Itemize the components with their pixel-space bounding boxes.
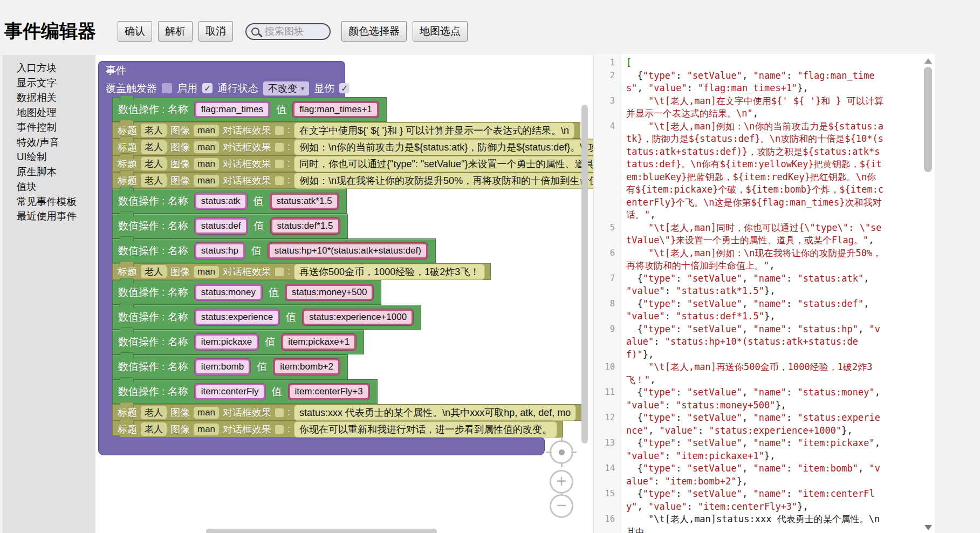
- setvalue-block[interactable]: 数值操作 : 名称status:hp值status:hp+10*(status:…: [112, 238, 436, 263]
- text-field[interactable]: 例如：\n你的当前攻击力是${status:atk}，防御力是${status:…: [294, 139, 593, 155]
- name-field[interactable]: status:experience: [194, 309, 280, 326]
- image-name-field[interactable]: man: [194, 141, 219, 153]
- code-editor[interactable]: 1[2 {"type": "setValue", "name": "flag:m…: [593, 54, 935, 533]
- dialog-effect-checkbox[interactable]: [275, 408, 284, 417]
- npc-name-field[interactable]: 老人: [141, 174, 167, 187]
- confirm-button[interactable]: 确认: [118, 21, 152, 42]
- name-field[interactable]: status:hp: [194, 242, 245, 259]
- workspace-vertical-scrollbar[interactable]: [581, 105, 588, 443]
- code-line: 14 {"type": "setValue", "name": "item:bo…: [594, 462, 923, 488]
- enable-checkbox[interactable]: [202, 83, 213, 93]
- show-text-block[interactable]: 标题老人图像man对话框效果:在文字中使用${' ${ '}和 } 可以计算并显…: [112, 122, 580, 139]
- setvalue-block[interactable]: 数值操作 : 名称item:pickaxe值item:pickaxe+1: [112, 330, 364, 354]
- override-trigger-checkbox[interactable]: [162, 83, 172, 93]
- parse-button[interactable]: 解析: [158, 21, 193, 42]
- search-input[interactable]: [264, 25, 326, 38]
- dialog-effect-checkbox[interactable]: [275, 160, 284, 168]
- dialog-effect-checkbox[interactable]: [275, 126, 284, 135]
- npc-name-field[interactable]: 老人: [141, 406, 167, 419]
- text-field[interactable]: 再送你500金币，1000经验，1破2炸3飞！: [294, 264, 485, 280]
- value-field[interactable]: status:money+500: [285, 284, 374, 301]
- sidebar-item-6[interactable]: 特效/声音: [17, 135, 95, 150]
- text-field[interactable]: 同时，你也可以通过{"type": "setValue"}来设置一个勇士的属性、…: [294, 156, 593, 172]
- setvalue-block[interactable]: 数值操作 : 名称item:centerFly值item:centerFly+3: [112, 379, 378, 404]
- name-field[interactable]: status:def: [194, 217, 248, 235]
- value-field[interactable]: status:atk*1.5: [270, 193, 339, 210]
- npc-name-field[interactable]: 老人: [141, 265, 167, 278]
- pass-state-dropdown[interactable]: 不改变 ▾: [263, 81, 309, 95]
- text-field[interactable]: 在文字中使用${' ${ '}和 } 可以计算并显示一个表达式的结果。\n: [294, 122, 574, 139]
- sidebar-item-1[interactable]: 入口方块: [17, 60, 95, 76]
- code-scrollbar[interactable]: [923, 54, 934, 533]
- sidebar-item-2[interactable]: 显示文字: [17, 76, 95, 91]
- name-field[interactable]: item:pickaxe: [194, 333, 259, 351]
- dialog-effect-checkbox[interactable]: [275, 268, 284, 276]
- zoom-in-button[interactable]: +: [550, 470, 573, 494]
- zoom-reset-button[interactable]: [550, 440, 573, 464]
- dialog-effect-checkbox[interactable]: [275, 425, 284, 434]
- value-field[interactable]: item:centerFly+3: [288, 383, 370, 400]
- value-field[interactable]: item:bomb+2: [273, 358, 340, 375]
- dialog-effect-checkbox[interactable]: [275, 176, 284, 185]
- show-text-block[interactable]: 标题老人图像man对话框效果:同时，你也可以通过{"type": "setVal…: [112, 155, 593, 172]
- image-name-field[interactable]: man: [194, 423, 219, 435]
- search-box[interactable]: [245, 23, 331, 40]
- sidebar-item-5[interactable]: 事件控制: [17, 120, 95, 135]
- sidebar-item-11[interactable]: 最近使用事件: [17, 209, 95, 224]
- image-name-field[interactable]: man: [194, 125, 219, 136]
- npc-name-field[interactable]: 老人: [141, 124, 167, 137]
- image-name-field[interactable]: man: [194, 175, 219, 187]
- value-field[interactable]: status:hp+10*(status:atk+status:def): [268, 242, 428, 259]
- text-field[interactable]: status:xxx 代表勇士的某个属性。\n其中xxx可取hp, atk, d…: [294, 405, 576, 421]
- scroll-down-arrow-icon[interactable]: [924, 525, 932, 530]
- text-field[interactable]: 你现在可以重新和我进行对话，进一步看到属性值的改变。: [294, 421, 557, 438]
- show-text-block[interactable]: 标题老人图像man对话框效果:例如：\n你的当前攻击力是${status:atk…: [112, 139, 593, 155]
- event-block[interactable]: 事件 覆盖触发器 启用 通行状态 不改变 ▾ 显伤 数值操作 : 名称flag:…: [98, 61, 593, 455]
- sidebar-item-7[interactable]: UI绘制: [17, 149, 95, 165]
- cancel-button[interactable]: 取消: [198, 21, 233, 42]
- setvalue-block[interactable]: 数值操作 : 名称status:money值status:money+500: [112, 280, 381, 305]
- show-text-block[interactable]: 标题老人图像man对话框效果:你现在可以重新和我进行对话，进一步看到属性值的改变…: [112, 421, 563, 438]
- setvalue-block[interactable]: 数值操作 : 名称status:experience值status:experi…: [112, 305, 421, 330]
- image-name-field[interactable]: man: [194, 407, 219, 419]
- image-name-field[interactable]: man: [194, 158, 219, 170]
- npc-name-field[interactable]: 老人: [141, 140, 167, 154]
- sidebar-item-3[interactable]: 数据相关: [17, 90, 95, 105]
- name-field[interactable]: item:centerFly: [194, 383, 266, 400]
- value-field[interactable]: item:pickaxe+1: [281, 333, 357, 351]
- code-scrollbar-thumb[interactable]: [924, 67, 932, 172]
- setvalue-block[interactable]: 数值操作 : 名称flag:man_times值flag:man_times+1: [112, 97, 387, 122]
- sidebar-item-9[interactable]: 值块: [17, 179, 95, 194]
- setvalue-block[interactable]: 数值操作 : 名称status:def值status:def*1.5: [112, 214, 348, 238]
- sidebar-item-8[interactable]: 原生脚本: [17, 165, 95, 180]
- sidebar-item-10[interactable]: 常见事件模板: [17, 194, 95, 209]
- show-text-block[interactable]: 标题老人图像man对话框效果:再送你500金币，1000经验，1破2炸3飞！: [112, 263, 491, 280]
- show-text-block[interactable]: 标题老人图像man对话框效果:status:xxx 代表勇士的某个属性。\n其中…: [112, 404, 582, 421]
- show-damage-checkbox[interactable]: [339, 83, 349, 93]
- image-name-field[interactable]: man: [194, 266, 219, 278]
- colon-label: :: [287, 175, 290, 186]
- npc-name-field[interactable]: 老人: [141, 422, 167, 436]
- value-field[interactable]: status:def*1.5: [270, 217, 340, 235]
- zoom-out-button[interactable]: −: [550, 494, 573, 518]
- scroll-up-arrow-icon[interactable]: [924, 58, 932, 64]
- value-field[interactable]: status:experience+1000: [302, 309, 414, 326]
- text-field[interactable]: 例如：\n现在我将让你的攻防提升50%，再将攻防和的十倍加到生命值上。: [294, 173, 593, 189]
- color-picker-button[interactable]: 颜色选择器: [341, 21, 407, 42]
- colon-label: :: [287, 423, 290, 435]
- value-field[interactable]: flag:man_times+1: [292, 101, 379, 118]
- npc-name-field[interactable]: 老人: [141, 157, 167, 170]
- name-field[interactable]: status:money: [194, 284, 263, 301]
- setvalue-block[interactable]: 数值操作 : 名称item:bomb值item:bomb+2: [112, 354, 348, 379]
- sidebar-item-4[interactable]: 地图处理: [17, 105, 95, 120]
- workspace-horizontal-scrollbar[interactable]: [206, 529, 437, 533]
- event-block-header[interactable]: 事件: [98, 61, 345, 79]
- name-field[interactable]: flag:man_times: [194, 101, 270, 118]
- show-text-block[interactable]: 标题老人图像man对话框效果:例如：\n现在我将让你的攻防提升50%，再将攻防和…: [112, 172, 593, 189]
- map-pick-button[interactable]: 地图选点: [413, 21, 468, 42]
- dialog-effect-checkbox[interactable]: [275, 143, 284, 152]
- name-field[interactable]: item:bomb: [194, 358, 251, 375]
- blockly-workspace[interactable]: 事件 覆盖触发器 启用 通行状态 不改变 ▾ 显伤 数值操作 : 名称flag:…: [95, 55, 593, 533]
- setvalue-block[interactable]: 数值操作 : 名称status:atk值status:atk*1.5: [112, 189, 347, 214]
- name-field[interactable]: status:atk: [194, 193, 248, 210]
